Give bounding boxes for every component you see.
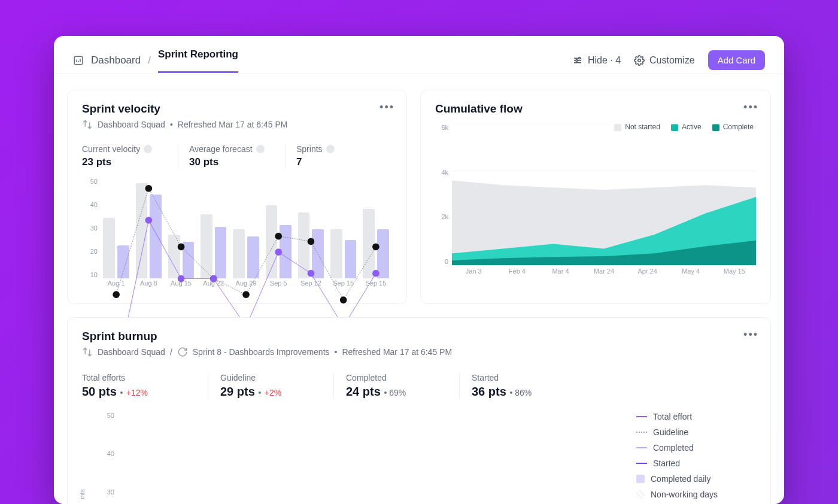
breadcrumb-current[interactable]: Sprint Reporting [158, 48, 238, 72]
legend-started: Started [653, 459, 680, 468]
svg-point-11 [340, 296, 347, 303]
guideline-delta: +2% [265, 388, 281, 397]
cumulative-plot [452, 124, 756, 265]
info-icon[interactable] [256, 145, 265, 153]
legend-nonwork: Non-working days [651, 490, 718, 499]
burnup-stats: Total efforts 50 pts • +12% Guideline 29… [82, 373, 756, 399]
guideline-value: 29 pts [220, 385, 255, 398]
squad-icon [82, 119, 93, 130]
velocity-stats: Current velocity 23 pts Average forecast… [82, 144, 392, 168]
guideline-label: Guideline [220, 373, 333, 382]
add-card-button[interactable]: Add Card [708, 50, 765, 70]
svg-point-21 [372, 270, 379, 277]
legend-cdaily: Completed daily [651, 474, 711, 484]
svg-point-10 [308, 238, 315, 245]
dashboard-icon [73, 55, 84, 66]
completed-pct: 69% [389, 388, 406, 397]
velocity-plot [100, 178, 392, 278]
legend-completed-swatch [636, 447, 647, 448]
burnup-squad: Dashboard Squad [98, 347, 165, 357]
legend-cdaily-swatch [636, 475, 645, 483]
velocity-chart: 5040302010 Aug 1Aug 8Aug 15Aug 22Aug 29S… [82, 178, 392, 292]
sprint-icon [177, 347, 188, 357]
customize-label: Customize [649, 55, 695, 66]
total-efforts-value: 50 pts [82, 385, 117, 398]
legend-total: Total effort [653, 412, 692, 421]
svg-point-5 [145, 185, 152, 192]
hide-button[interactable]: Hide · 4 [572, 55, 621, 66]
burnup-refreshed: Refreshed Mar 17 at 6:45 PM [342, 347, 452, 357]
burnup-subtitle: Dashboard Squad / Sprint 8 - Dashboards … [82, 347, 756, 357]
svg-rect-0 [74, 56, 83, 65]
burnup-legend: Total effort Guideline Completed Started… [636, 412, 756, 504]
velocity-refreshed: Refreshed Mar 17 at 6:45 PM [178, 120, 288, 129]
topbar: Dashboard / Sprint Reporting Hide · 4 Cu… [54, 36, 784, 74]
burnup-yaxis: 504030 [100, 412, 114, 496]
velocity-squad: Dashboard Squad [98, 120, 165, 129]
app-window: Dashboard / Sprint Reporting Hide · 4 Cu… [54, 36, 784, 504]
burnup-sprint: Sprint 8 - Dashboards Improvements [193, 347, 330, 357]
svg-point-18 [275, 248, 282, 256]
cumulative-flow-card: ••• Cumulative flow Not started Active C… [420, 90, 771, 304]
content: ••• Sprint velocity Dashboard Squad • Re… [54, 74, 784, 504]
cumulative-title: Cumulative flow [435, 102, 756, 116]
sliders-icon [572, 55, 583, 66]
burnup-plot [118, 412, 618, 496]
svg-point-14 [145, 217, 152, 224]
legend-completed: Completed [653, 443, 694, 453]
info-icon[interactable] [326, 145, 335, 153]
svg-point-9 [275, 233, 282, 240]
cumulative-chart: 6k4k2k0 Jan 3Feb 4Mar 4Mar 24Apr 24May 4… [435, 124, 756, 280]
legend-guideline: Guideline [653, 427, 688, 437]
current-velocity-value: 23 pts [82, 156, 178, 168]
burnup-ylabel: ints [78, 489, 86, 499]
velocity-card: ••• Sprint velocity Dashboard Squad • Re… [67, 90, 407, 304]
completed-label: Completed [346, 373, 459, 382]
velocity-xaxis: Aug 1Aug 8Aug 15Aug 22Aug 29Sep 5Sep 12S… [100, 280, 392, 292]
hide-label: Hide · 4 [588, 55, 621, 66]
breadcrumb-separator: / [148, 54, 151, 66]
started-label: Started [472, 373, 585, 382]
info-icon[interactable] [144, 145, 152, 153]
svg-point-19 [308, 270, 315, 277]
velocity-title: Sprint velocity [82, 102, 392, 116]
svg-point-1 [578, 57, 580, 59]
topbar-actions: Hide · 4 Customize Add Card [572, 50, 765, 70]
legend-total-swatch [636, 416, 647, 417]
started-value: 36 pts [472, 385, 506, 398]
sprints-value: 7 [296, 156, 392, 168]
cumulative-yaxis: 6k4k2k0 [435, 124, 448, 265]
svg-point-12 [372, 243, 379, 250]
sprints-label: Sprints [296, 144, 323, 154]
burnup-more-icon[interactable]: ••• [743, 329, 758, 341]
burnup-title: Sprint burnup [82, 330, 756, 343]
cumulative-xaxis: Jan 3Feb 4Mar 4Mar 24Apr 24May 4May 15 [452, 268, 756, 280]
started-pct: 86% [515, 388, 532, 397]
svg-point-3 [638, 59, 641, 62]
svg-point-4 [113, 291, 120, 298]
cumulative-more-icon[interactable]: ••• [743, 101, 758, 114]
velocity-subtitle: Dashboard Squad • Refreshed Mar 17 at 6:… [82, 119, 392, 130]
burnup-chart: ints 504030 [82, 412, 618, 496]
velocity-more-icon[interactable]: ••• [379, 101, 394, 114]
svg-point-2 [576, 59, 578, 61]
total-efforts-label: Total efforts [82, 373, 208, 382]
total-efforts-delta: +12% [126, 388, 148, 397]
legend-nonwork-swatch [636, 490, 645, 499]
completed-value: 24 pts [346, 385, 381, 398]
current-velocity-label: Current velocity [82, 144, 140, 154]
forecast-label: Average forecast [189, 144, 253, 154]
forecast-value: 30 pts [189, 156, 285, 168]
breadcrumb-dashboard[interactable]: Dashboard [91, 54, 141, 66]
breadcrumb: Dashboard / Sprint Reporting [73, 48, 238, 72]
legend-started-swatch [636, 463, 647, 464]
customize-button[interactable]: Customize [634, 55, 695, 66]
gear-icon [634, 55, 645, 66]
svg-point-8 [242, 291, 250, 298]
legend-guideline-swatch [636, 432, 647, 433]
squad-icon [82, 347, 93, 357]
svg-point-6 [178, 243, 185, 250]
velocity-yaxis: 5040302010 [82, 178, 98, 278]
burnup-card: ••• Sprint burnup Dashboard Squad / Spri… [67, 317, 771, 504]
